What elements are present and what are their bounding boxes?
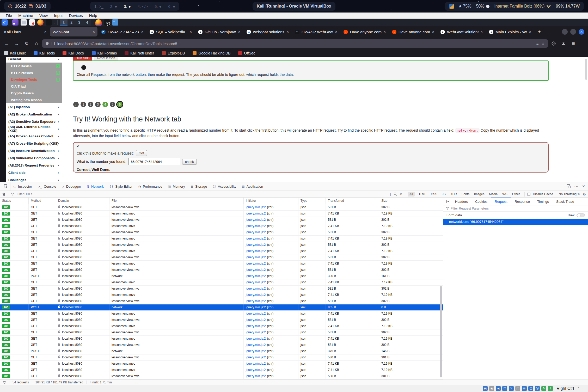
tab-close-icon[interactable]: × xyxy=(44,30,46,34)
network-request-row[interactable]: 200 POST localhost:8080 network jquery.m… xyxy=(0,304,443,311)
bookmark-star-icon[interactable]: ☆ xyxy=(541,41,545,46)
devtool-tab[interactable]: ▭ Inspector xyxy=(10,182,35,191)
menu-hamburger-icon[interactable]: ≡ xyxy=(569,39,578,48)
initiator-link[interactable]: jquery.min.js:2 xyxy=(246,242,266,248)
initiator-link[interactable]: jquery.min.js:2 xyxy=(246,323,266,329)
bookmark-item[interactable]: Kali Docs xyxy=(63,51,84,55)
type-filter-button[interactable]: Fonts xyxy=(460,192,471,197)
column-header[interactable]: Size xyxy=(379,198,443,204)
tab-close-icon[interactable]: × xyxy=(481,30,483,34)
browser-tab[interactable]: SQL – Wikipedia × xyxy=(147,27,194,36)
browser-tab[interactable]: webgoat solutions - × xyxy=(244,27,291,36)
browser-tab[interactable]: OWASP ZAP – ZAP i × xyxy=(99,27,146,36)
pagination-page-button[interactable]: 2 xyxy=(88,102,93,107)
network-request-row[interactable]: 200 GET localhost:8080 lessonmenu.mvc jq… xyxy=(0,336,443,342)
browser-tab[interactable]: Have anyone comple × xyxy=(341,27,388,36)
sidebar-lesson-item[interactable]: General › ✓ xyxy=(6,57,62,63)
pagination-page-button[interactable]: 1 xyxy=(81,102,86,107)
menubar-item[interactable]: File xyxy=(3,13,15,18)
initiator-link[interactable]: jquery.min.js:2 xyxy=(246,286,266,292)
type-filter-button[interactable]: All xyxy=(408,192,415,197)
terminal-launcher-icon[interactable] xyxy=(46,19,52,26)
bookmark-item[interactable]: OffSec xyxy=(238,51,255,55)
app-grid-icon[interactable] xyxy=(12,19,19,26)
network-settings-gear-icon[interactable]: ⚙ xyxy=(583,192,586,196)
workspace-indicator[interactable]: 3: ● xyxy=(124,4,131,9)
initiator-link[interactable]: jquery.min.js:2 xyxy=(246,336,266,342)
column-header[interactable]: Status xyxy=(0,198,29,204)
sidebar-lesson-item[interactable]: Challenges › ✓ xyxy=(6,176,62,182)
type-filter-button[interactable]: Images xyxy=(472,192,486,197)
tab-close-icon[interactable]: × xyxy=(141,30,143,34)
responsive-design-icon[interactable] xyxy=(567,184,571,188)
column-header[interactable]: Transferred xyxy=(326,198,379,204)
network-request-row[interactable]: 200 GET localhost:8080 lessonmenu.mvc jq… xyxy=(0,361,443,367)
initiator-link[interactable]: jquery.min.js:2 xyxy=(246,254,266,260)
forward-button[interactable]: → xyxy=(13,39,21,48)
network-request-row[interactable]: 200 GET localhost:8080 lessonoverview.mv… xyxy=(0,354,443,361)
workspace-indicator[interactable]: 6: ● xyxy=(168,4,175,9)
pocket-icon[interactable] xyxy=(549,39,558,48)
menubar-item[interactable]: Devices xyxy=(66,13,86,18)
column-header[interactable]: Type xyxy=(298,198,326,204)
block-requests-icon[interactable]: ⊘ xyxy=(400,192,402,196)
tab-close-icon[interactable]: × xyxy=(287,30,289,34)
network-request-row[interactable]: 200 GET localhost:8080 lessonmenu.mvc jq… xyxy=(0,261,443,267)
sidebar-lesson-item[interactable]: Developer Tools › ✓ xyxy=(6,76,62,83)
network-request-row[interactable]: 200 GET localhost:8080 lessonoverview.mv… xyxy=(0,229,443,236)
sidebar-lesson-item[interactable]: (A8:2013) Request Forgeries › ✓ xyxy=(6,162,62,169)
menubar-item[interactable]: Machine xyxy=(15,13,36,18)
column-header[interactable]: Initiator xyxy=(244,198,298,204)
file-manager-icon[interactable] xyxy=(21,19,27,26)
firefox-launcher-icon[interactable] xyxy=(37,19,44,26)
devtool-tab[interactable]: ⊞ Application xyxy=(239,182,266,191)
throttling-select[interactable]: No Throttling ⇅ xyxy=(559,192,580,196)
network-request-row[interactable]: 200 GET localhost:8080 lessonoverview.mv… xyxy=(0,373,443,379)
mouse-integration-icon[interactable]: ↻ xyxy=(541,386,546,391)
recording-icon[interactable]: ❏ xyxy=(528,386,533,391)
form-data-param[interactable]: networkNum: "66.90761745442964" xyxy=(443,219,588,225)
initiator-link[interactable]: jquery.min.js:2 xyxy=(246,373,266,379)
page-scrollbar[interactable] xyxy=(585,59,587,80)
network-request-row[interactable]: 200 POST localhost:8080 network jquery.m… xyxy=(0,273,443,279)
sidebar-lesson-item[interactable]: (A3) Sensitive Data Exposure › ✓ xyxy=(6,118,62,125)
initiator-link[interactable]: jquery.min.js:2 xyxy=(246,248,266,254)
column-header[interactable]: File xyxy=(109,198,244,204)
network-request-row[interactable]: 200 GET localhost:8080 lessonoverview.mv… xyxy=(0,317,443,323)
sidebar-lesson-item[interactable]: Crypto Basics › ✓ xyxy=(6,90,62,96)
network-request-row[interactable]: 200 GET localhost:8080 lessonoverview.mv… xyxy=(0,286,443,292)
details-tab[interactable]: Cookies xyxy=(472,198,491,205)
back-button[interactable]: ← xyxy=(3,39,11,48)
keyboard-capture-icon[interactable]: ↓ xyxy=(548,386,553,391)
type-filter-button[interactable]: Media xyxy=(487,192,499,197)
raw-toggle[interactable] xyxy=(577,213,585,217)
bookmark-item[interactable]: Kali NetHunter xyxy=(125,51,154,55)
reader-view-icon[interactable]: ≡ xyxy=(536,41,539,46)
menubar-item[interactable]: Help xyxy=(86,13,100,18)
network-request-row[interactable]: 200 GET localhost:8080 lessonoverview.mv… xyxy=(0,204,443,211)
network-request-row[interactable]: 200 GET localhost:8080 lessonoverview.mv… xyxy=(0,267,443,273)
menubar-item[interactable]: View xyxy=(36,13,51,18)
network-request-row[interactable]: 200 GET localhost:8080 lessonmenu.mvc jq… xyxy=(0,367,443,373)
network-request-row[interactable]: 200 POST localhost:8080 network jquery.m… xyxy=(0,348,443,354)
taskbar-workspace-button[interactable]: 4 xyxy=(83,19,91,26)
firefox-window-icon[interactable] xyxy=(95,19,102,26)
type-filter-button[interactable]: HTML xyxy=(416,192,428,197)
maximize-icon[interactable] xyxy=(570,29,576,35)
network-request-row[interactable]: 200 GET localhost:8080 lessonoverview.mv… xyxy=(0,254,443,261)
initiator-link[interactable]: jquery.min.js:2 xyxy=(246,304,266,310)
initiator-link[interactable]: jquery.min.js:2 xyxy=(246,236,266,242)
bookmark-item[interactable]: Exploit-DB xyxy=(162,51,185,55)
workspace-indicator[interactable]: 5: ● xyxy=(155,4,162,9)
sidebar-lesson-item[interactable]: CIA Triad › ✓ xyxy=(6,83,62,90)
type-filter-button[interactable]: WS xyxy=(500,192,509,197)
type-filter-button[interactable]: JS xyxy=(440,192,448,197)
column-header[interactable]: Domain xyxy=(56,198,109,204)
workspace-switcher[interactable]: 1: >_ 2: ● 3: ● 4: </> xyxy=(90,2,179,11)
initiator-link[interactable]: jquery.min.js:2 xyxy=(246,211,266,217)
sidebar-lesson-item[interactable]: (A8) Insecure Deserialization › ✓ xyxy=(6,147,62,154)
taskbar-workspace-button[interactable]: 1 xyxy=(60,19,68,26)
home-button[interactable]: ⌂ xyxy=(32,39,41,48)
initiator-link[interactable]: jquery.min.js:2 xyxy=(246,267,266,273)
split-panel-toggle-icon[interactable]: ▶ xyxy=(445,198,451,205)
